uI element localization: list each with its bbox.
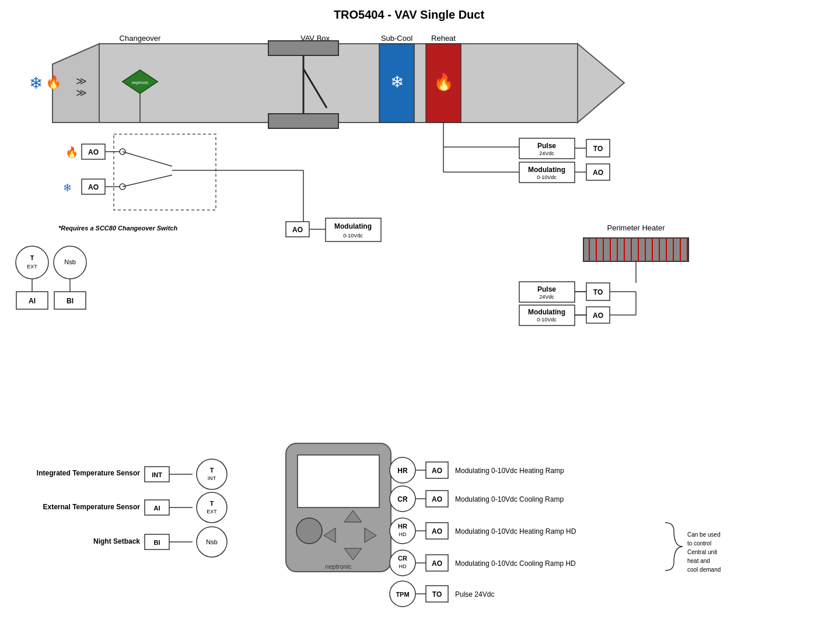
night-setback-label: Night Setback (93, 537, 140, 545)
thermostat-screen (298, 455, 379, 508)
hot-ao-label: AO (88, 148, 99, 156)
nsb-label-2: Nsb (206, 538, 218, 545)
airflow-arrows2: ≫ (76, 87, 87, 99)
t-int-sub: INT (208, 475, 216, 481)
reheat-mod-label: Modulating (528, 166, 565, 174)
central-note-5: cool demand (687, 566, 721, 573)
reheat-pulse-label: Pulse (537, 142, 556, 150)
sensor-label: neptronic (132, 80, 149, 85)
tpm-to-label: TO (432, 590, 442, 598)
central-note-4: heat and (687, 558, 710, 564)
nsb-bi-label: BI (154, 539, 160, 546)
t-ext-t-2: T (210, 500, 214, 507)
external-label: External Temperature Sensor (43, 503, 140, 511)
tpm-label: TPM (396, 591, 409, 598)
bi-label: BI (67, 297, 74, 305)
perimeter-heater-label: Perimeter Heater (607, 223, 666, 232)
int-label: INT (152, 471, 162, 478)
ai-label: AI (29, 297, 36, 305)
hr-hd-t2: HD (399, 531, 407, 537)
subcool-snowflake: ❄ (390, 73, 404, 91)
hr-ao-label: AO (432, 467, 442, 475)
curly-brace (665, 523, 683, 570)
reheat-pulse-sub: 24Vdc (539, 150, 554, 156)
perim-to-label: TO (593, 288, 603, 296)
reheat-flame: 🔥 (434, 72, 454, 92)
perim-ao-label: AO (593, 312, 603, 320)
vav-box-bottom (268, 114, 338, 128)
hr-hd-t1: HR (398, 523, 407, 530)
hr-label: HR (397, 467, 408, 475)
vav-ao-label: AO (292, 226, 303, 234)
integrated-label: Integrated Temperature Sensor (37, 469, 140, 477)
central-note-1: Can be used (687, 531, 721, 538)
cold-icon: ❄ (29, 74, 43, 92)
t-ext-ext: EXT (27, 264, 37, 270)
perim-mod-label: Modulating (528, 308, 565, 316)
central-note-3: Central unit (687, 549, 717, 555)
airflow-arrows: ≫ (76, 75, 87, 87)
central-note-2: to control (687, 540, 711, 547)
cr-hd-t1: CR (398, 555, 407, 562)
t-ext-circle (16, 246, 48, 279)
reheat-mod-sub: 0-10Vdc (537, 174, 557, 180)
thermostat-btn-circle (296, 518, 322, 544)
page-title: TRO5404 - VAV Single Duct (334, 8, 485, 21)
cr-hd-ao-label: AO (432, 559, 442, 568)
thermostat-brand: neptronic (325, 563, 352, 570)
t-ext-circle-2 (197, 492, 227, 523)
perim-pulse-sub: 24Vdc (539, 294, 554, 300)
changeover-dashed-box (114, 134, 216, 210)
reheat-to-label: TO (593, 145, 603, 153)
scc80-note: *Requires a SCC80 Changeover Switch (58, 225, 177, 232)
heat-icon: 🔥 (46, 74, 62, 90)
reheat-ao-label: AO (593, 169, 603, 177)
cr-ao-label: AO (432, 495, 442, 503)
t-ext-t: T (30, 254, 34, 261)
hr-desc: Modulating 0-10Vdc Heating Ramp (455, 467, 564, 475)
vav-mod-label: Modulating (334, 222, 372, 230)
duct-outlet (578, 44, 624, 123)
perim-pulse-label: Pulse (537, 285, 556, 293)
relay-arm-2 (123, 175, 172, 187)
changeover-label: Changeover (120, 34, 161, 43)
hot-flame-icon: 🔥 (65, 146, 79, 159)
relay-arm-1 (123, 152, 172, 166)
cr-label: CR (397, 495, 408, 503)
cr-hd-t2: HD (399, 564, 407, 569)
cr-hd-circle (390, 550, 415, 576)
ext-ai-label: AI (154, 505, 160, 512)
t-int-t: T (210, 467, 214, 474)
reheat-label: Reheat (431, 34, 456, 43)
t-int-circle (197, 459, 227, 489)
hr-hd-ao-label: AO (432, 527, 442, 536)
nsb-label: Nsb (64, 258, 76, 265)
vav-mod-sub: 0-10Vdc (343, 233, 363, 239)
tpm-desc: Pulse 24Vdc (455, 590, 494, 598)
hr-hd-circle (390, 518, 415, 544)
vav-box-top (268, 41, 338, 55)
cold-ao-label: AO (88, 183, 99, 191)
hr-hd-desc: Modulating 0-10Vdc Heating Ramp HD (455, 527, 576, 536)
subcool-label: Sub-Cool (381, 34, 413, 43)
cr-desc: Modulating 0-10Vdc Cooling Ramp (455, 495, 564, 503)
perim-mod-sub: 0-10Vdc (537, 317, 557, 323)
t-ext-sub-2: EXT (207, 509, 217, 514)
cr-hd-desc: Modulating 0-10Vdc Cooling Ramp HD (455, 559, 576, 568)
cold-snowflake-icon: ❄ (63, 182, 72, 194)
